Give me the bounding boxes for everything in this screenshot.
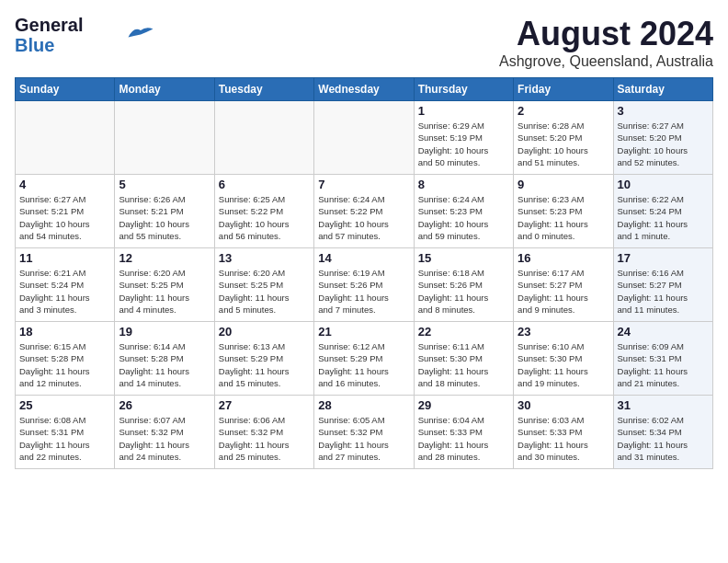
day-info: Sunrise: 6:02 AMSunset: 5:34 PMDaylight:… — [618, 414, 709, 463]
day-number: 6 — [219, 178, 310, 191]
calendar-cell: 10Sunrise: 6:22 AMSunset: 5:24 PMDayligh… — [613, 175, 712, 248]
calendar-cell: 21Sunrise: 6:12 AMSunset: 5:29 PMDayligh… — [314, 322, 414, 396]
calendar-cell: 17Sunrise: 6:16 AMSunset: 5:27 PMDayligh… — [613, 248, 712, 322]
day-info: Sunrise: 6:29 AMSunset: 5:19 PMDaylight:… — [418, 120, 509, 168]
day-number: 20 — [219, 325, 310, 339]
day-number: 29 — [418, 398, 509, 412]
day-info: Sunrise: 6:03 AMSunset: 5:33 PMDaylight:… — [518, 414, 609, 463]
logo-general: General — [15, 15, 83, 35]
day-number: 7 — [318, 178, 409, 191]
day-info: Sunrise: 6:24 AMSunset: 5:22 PMDaylight:… — [318, 193, 409, 242]
calendar-cell: 9Sunrise: 6:23 AMSunset: 5:23 PMDaylight… — [514, 175, 613, 248]
day-info: Sunrise: 6:10 AMSunset: 5:30 PMDaylight:… — [518, 340, 609, 389]
calendar-week-row: 11Sunrise: 6:21 AMSunset: 5:24 PMDayligh… — [16, 248, 713, 322]
day-number: 1 — [418, 104, 509, 118]
logo: General Blue — [15, 15, 154, 55]
day-number: 11 — [19, 251, 110, 265]
page-header: General Blue August 2024 Ashgrove, Queen… — [15, 15, 713, 70]
day-number: 26 — [119, 398, 210, 412]
calendar-cell: 20Sunrise: 6:13 AMSunset: 5:29 PMDayligh… — [214, 322, 313, 396]
calendar-cell: 4Sunrise: 6:27 AMSunset: 5:21 PMDaylight… — [16, 175, 115, 248]
logo-blue: Blue — [15, 35, 83, 55]
day-number: 13 — [219, 251, 310, 265]
day-info: Sunrise: 6:16 AMSunset: 5:27 PMDaylight:… — [618, 267, 709, 316]
day-info: Sunrise: 6:20 AMSunset: 5:25 PMDaylight:… — [219, 267, 310, 316]
logo-bird-icon — [127, 25, 154, 41]
day-info: Sunrise: 6:11 AMSunset: 5:30 PMDaylight:… — [418, 340, 509, 389]
day-info: Sunrise: 6:07 AMSunset: 5:32 PMDaylight:… — [119, 414, 210, 463]
day-info: Sunrise: 6:12 AMSunset: 5:29 PMDaylight:… — [318, 340, 409, 389]
calendar-cell: 12Sunrise: 6:20 AMSunset: 5:25 PMDayligh… — [115, 248, 214, 322]
day-info: Sunrise: 6:17 AMSunset: 5:27 PMDaylight:… — [518, 267, 609, 316]
day-info: Sunrise: 6:27 AMSunset: 5:21 PMDaylight:… — [19, 193, 110, 242]
calendar-cell: 28Sunrise: 6:05 AMSunset: 5:32 PMDayligh… — [314, 396, 414, 469]
day-number: 10 — [618, 178, 709, 191]
day-info: Sunrise: 6:09 AMSunset: 5:31 PMDaylight:… — [618, 340, 709, 389]
calendar-cell: 27Sunrise: 6:06 AMSunset: 5:32 PMDayligh… — [214, 396, 313, 469]
day-number: 31 — [618, 398, 709, 412]
weekday-header-thursday: Thursday — [414, 78, 513, 101]
calendar-cell: 1Sunrise: 6:29 AMSunset: 5:19 PMDaylight… — [414, 101, 513, 175]
calendar-cell: 6Sunrise: 6:25 AMSunset: 5:22 PMDaylight… — [214, 175, 313, 248]
calendar-cell: 3Sunrise: 6:27 AMSunset: 5:20 PMDaylight… — [613, 101, 712, 175]
day-info: Sunrise: 6:05 AMSunset: 5:32 PMDaylight:… — [318, 414, 409, 463]
month-year: August 2024 — [499, 15, 713, 53]
day-number: 16 — [518, 251, 609, 265]
day-number: 22 — [418, 325, 509, 339]
calendar-cell: 22Sunrise: 6:11 AMSunset: 5:30 PMDayligh… — [414, 322, 513, 396]
calendar-cell: 25Sunrise: 6:08 AMSunset: 5:31 PMDayligh… — [16, 396, 115, 469]
day-info: Sunrise: 6:20 AMSunset: 5:25 PMDaylight:… — [119, 267, 210, 316]
calendar-cell — [115, 101, 214, 175]
day-info: Sunrise: 6:13 AMSunset: 5:29 PMDaylight:… — [219, 340, 310, 389]
calendar-cell — [214, 101, 313, 175]
day-number: 27 — [219, 398, 310, 412]
day-number: 5 — [119, 178, 210, 191]
location: Ashgrove, Queensland, Australia — [499, 53, 713, 70]
calendar-cell: 23Sunrise: 6:10 AMSunset: 5:30 PMDayligh… — [514, 322, 613, 396]
calendar-week-row: 25Sunrise: 6:08 AMSunset: 5:31 PMDayligh… — [16, 396, 713, 469]
weekday-header-monday: Monday — [115, 78, 214, 101]
day-info: Sunrise: 6:28 AMSunset: 5:20 PMDaylight:… — [518, 120, 609, 168]
weekday-header-friday: Friday — [514, 78, 613, 101]
calendar-cell: 15Sunrise: 6:18 AMSunset: 5:26 PMDayligh… — [414, 248, 513, 322]
day-number: 2 — [518, 104, 609, 118]
calendar-cell: 11Sunrise: 6:21 AMSunset: 5:24 PMDayligh… — [16, 248, 115, 322]
calendar-week-row: 18Sunrise: 6:15 AMSunset: 5:28 PMDayligh… — [16, 322, 713, 396]
day-number: 21 — [318, 325, 409, 339]
day-info: Sunrise: 6:08 AMSunset: 5:31 PMDaylight:… — [19, 414, 110, 463]
calendar-week-row: 4Sunrise: 6:27 AMSunset: 5:21 PMDaylight… — [16, 175, 713, 248]
calendar-cell: 26Sunrise: 6:07 AMSunset: 5:32 PMDayligh… — [115, 396, 214, 469]
day-info: Sunrise: 6:21 AMSunset: 5:24 PMDaylight:… — [19, 267, 110, 316]
calendar-cell — [314, 101, 414, 175]
calendar-cell: 30Sunrise: 6:03 AMSunset: 5:33 PMDayligh… — [514, 396, 613, 469]
day-number: 23 — [518, 325, 609, 339]
weekday-header-row: SundayMondayTuesdayWednesdayThursdayFrid… — [16, 78, 713, 101]
day-number: 30 — [518, 398, 609, 412]
calendar-cell: 29Sunrise: 6:04 AMSunset: 5:33 PMDayligh… — [414, 396, 513, 469]
day-info: Sunrise: 6:14 AMSunset: 5:28 PMDaylight:… — [119, 340, 210, 389]
weekday-header-saturday: Saturday — [613, 78, 712, 101]
day-number: 19 — [119, 325, 210, 339]
day-info: Sunrise: 6:25 AMSunset: 5:22 PMDaylight:… — [219, 193, 310, 242]
day-info: Sunrise: 6:22 AMSunset: 5:24 PMDaylight:… — [618, 193, 709, 242]
day-info: Sunrise: 6:19 AMSunset: 5:26 PMDaylight:… — [318, 267, 409, 316]
calendar-cell: 16Sunrise: 6:17 AMSunset: 5:27 PMDayligh… — [514, 248, 613, 322]
calendar-table: SundayMondayTuesdayWednesdayThursdayFrid… — [15, 77, 713, 469]
calendar-cell: 31Sunrise: 6:02 AMSunset: 5:34 PMDayligh… — [613, 396, 712, 469]
day-number: 4 — [19, 178, 110, 191]
day-info: Sunrise: 6:23 AMSunset: 5:23 PMDaylight:… — [518, 193, 609, 242]
day-info: Sunrise: 6:15 AMSunset: 5:28 PMDaylight:… — [19, 340, 110, 389]
day-number: 8 — [418, 178, 509, 191]
day-number: 9 — [518, 178, 609, 191]
calendar-cell: 13Sunrise: 6:20 AMSunset: 5:25 PMDayligh… — [214, 248, 313, 322]
day-number: 12 — [119, 251, 210, 265]
day-info: Sunrise: 6:24 AMSunset: 5:23 PMDaylight:… — [418, 193, 509, 242]
day-number: 18 — [19, 325, 110, 339]
day-number: 15 — [418, 251, 509, 265]
calendar-cell: 2Sunrise: 6:28 AMSunset: 5:20 PMDaylight… — [514, 101, 613, 175]
calendar-cell: 19Sunrise: 6:14 AMSunset: 5:28 PMDayligh… — [115, 322, 214, 396]
weekday-header-wednesday: Wednesday — [314, 78, 414, 101]
day-info: Sunrise: 6:27 AMSunset: 5:20 PMDaylight:… — [618, 120, 709, 168]
calendar-cell — [16, 101, 115, 175]
calendar-cell: 8Sunrise: 6:24 AMSunset: 5:23 PMDaylight… — [414, 175, 513, 248]
